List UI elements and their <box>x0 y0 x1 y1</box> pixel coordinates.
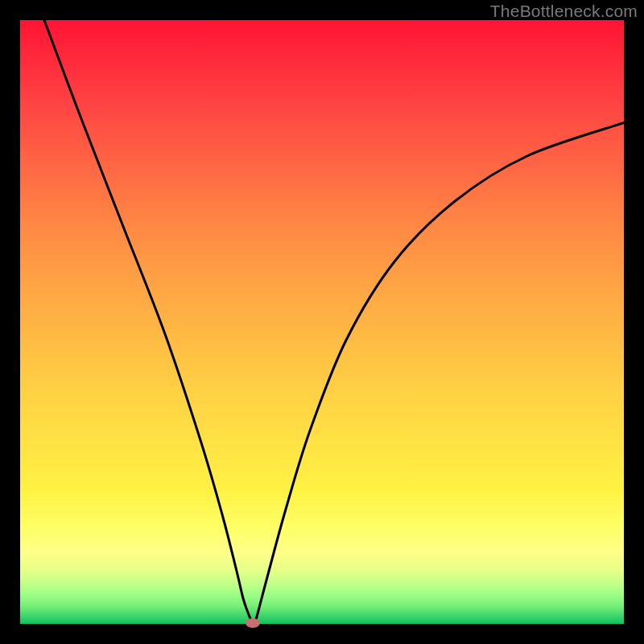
curve-layer <box>20 20 624 624</box>
plot-area <box>20 20 624 624</box>
watermark-text: TheBottleneck.com <box>490 2 638 21</box>
image-frame: TheBottleneck.com <box>0 0 644 644</box>
bottleneck-curve <box>44 20 624 623</box>
minimum-marker <box>246 618 260 628</box>
